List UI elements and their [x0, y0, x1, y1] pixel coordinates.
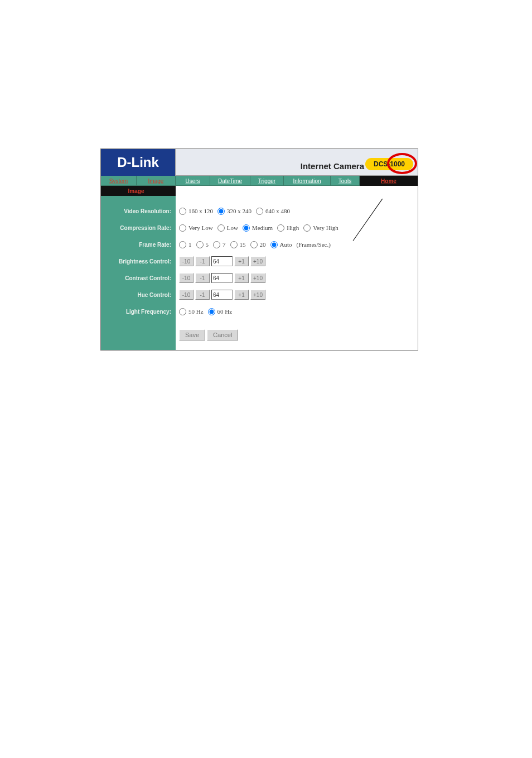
lf-label-60: 60 Hz	[217, 308, 233, 315]
fr-label-7: 7	[223, 241, 226, 248]
nav-system[interactable]: System	[101, 176, 137, 186]
row-framerate: Frame Rate: 1 5 7 15 20 Auto (Frames/Sec…	[101, 236, 418, 253]
comp-radio-vlow[interactable]	[179, 224, 186, 232]
nav-datetime[interactable]: DateTime	[210, 176, 250, 186]
brightness-plus1-button[interactable]: +1	[234, 256, 249, 266]
frame-header: D-Link Internet Camera DCS-1000	[101, 149, 418, 176]
nav-information[interactable]: Information	[284, 176, 331, 186]
comp-opt-vhigh[interactable]: Very High	[303, 224, 338, 232]
label-hue: Hue Control:	[101, 286, 176, 303]
fr-radio-7[interactable]	[213, 241, 220, 248]
fr-label-15: 15	[240, 241, 246, 248]
fr-opt-7[interactable]: 7	[213, 241, 226, 248]
fr-radio-auto[interactable]	[270, 241, 278, 248]
label-video-resolution: Video Resolution:	[101, 203, 176, 219]
label-framerate: Frame Rate:	[101, 236, 176, 253]
field-brightness: -10 -1 +1 +10	[176, 256, 418, 266]
field-video-resolution: 160 x 120 320 x 240 640 x 480	[176, 208, 418, 215]
lf-radio-50[interactable]	[179, 308, 186, 315]
fr-radio-20[interactable]	[250, 241, 258, 248]
res-radio-640[interactable]	[256, 208, 263, 215]
row-brightness: Brightness Control: -10 -1 +1 +10	[101, 253, 418, 270]
config-frame: D-Link Internet Camera DCS-1000 System I…	[100, 148, 418, 351]
brand-logo: D-Link	[101, 149, 176, 176]
brightness-plus10-button[interactable]: +10	[250, 256, 265, 266]
field-lightfreq: 50 Hz 60 Hz	[176, 308, 418, 315]
res-opt-640[interactable]: 640 x 480	[256, 208, 290, 215]
save-button[interactable]: Save	[179, 329, 205, 340]
contrast-minus10-button[interactable]: -10	[179, 273, 194, 283]
fr-opt-20[interactable]: 20	[250, 241, 266, 248]
comp-label-med: Medium	[252, 224, 273, 231]
cancel-button[interactable]: Cancel	[207, 329, 238, 340]
comp-opt-low[interactable]: Low	[217, 224, 238, 232]
brightness-minus10-button[interactable]: -10	[179, 256, 194, 266]
res-label-320: 320 x 240	[227, 208, 252, 214]
comp-opt-med[interactable]: Medium	[243, 224, 273, 232]
hue-input[interactable]	[211, 290, 233, 300]
nav-users[interactable]: Users	[176, 176, 210, 186]
fr-unit: (Frames/Sec.)	[297, 241, 331, 248]
contrast-minus1-button[interactable]: -1	[195, 273, 210, 283]
res-radio-320[interactable]	[217, 208, 225, 215]
field-contrast: -10 -1 +1 +10	[176, 273, 418, 283]
fr-radio-1[interactable]	[179, 241, 186, 248]
model-badge: DCS-1000	[365, 158, 413, 170]
lf-opt-50[interactable]: 50 Hz	[179, 308, 204, 315]
res-opt-320[interactable]: 320 x 240	[217, 208, 252, 215]
label-brightness: Brightness Control:	[101, 253, 176, 270]
main-nav: System Image Users DateTime Trigger Info…	[101, 176, 418, 186]
fr-opt-5[interactable]: 5	[196, 241, 209, 248]
row-actions: Save Cancel	[101, 327, 418, 343]
comp-opt-vlow[interactable]: Very Low	[179, 224, 213, 232]
nav-image[interactable]: Image	[137, 176, 176, 186]
fr-label-5: 5	[206, 241, 209, 248]
row-lightfreq: Light Frequency: 50 Hz 60 Hz	[101, 303, 418, 320]
row-hue: Hue Control: -10 -1 +1 +10	[101, 286, 418, 303]
content-spacer	[176, 186, 418, 196]
brightness-input[interactable]	[211, 256, 233, 266]
label-actions-spacer	[101, 327, 176, 343]
lf-radio-60[interactable]	[208, 308, 215, 315]
contrast-plus1-button[interactable]: +1	[234, 273, 249, 283]
comp-label-vlow: Very Low	[188, 224, 213, 231]
res-opt-160[interactable]: 160 x 120	[179, 208, 213, 215]
comp-radio-low[interactable]	[217, 224, 225, 232]
fr-opt-1[interactable]: 1	[179, 241, 192, 248]
fr-label-1: 1	[188, 241, 192, 248]
field-framerate: 1 5 7 15 20 Auto (Frames/Sec.)	[176, 241, 418, 248]
comp-radio-vhigh[interactable]	[303, 224, 311, 232]
row-video-resolution: Video Resolution: 160 x 120 320 x 240 64…	[101, 203, 418, 219]
hue-minus10-button[interactable]: -10	[179, 290, 194, 300]
nav-trigger[interactable]: Trigger	[250, 176, 284, 186]
label-compression: Compression Rate:	[101, 219, 176, 236]
field-hue: -10 -1 +1 +10	[176, 290, 418, 300]
comp-opt-high[interactable]: High	[277, 224, 299, 232]
hue-plus10-button[interactable]: +10	[250, 290, 265, 300]
res-radio-160[interactable]	[179, 208, 186, 215]
fr-radio-15[interactable]	[230, 241, 238, 248]
lf-opt-60[interactable]: 60 Hz	[208, 308, 233, 315]
lf-label-50: 50 Hz	[188, 308, 204, 315]
hue-plus1-button[interactable]: +1	[234, 290, 249, 300]
contrast-input[interactable]	[211, 273, 233, 283]
sidebar-section-title: Image	[101, 186, 176, 196]
nav-tools[interactable]: Tools	[331, 176, 360, 186]
comp-label-high: High	[287, 224, 299, 231]
contrast-plus10-button[interactable]: +10	[250, 273, 265, 283]
fr-radio-5[interactable]	[196, 241, 204, 248]
fr-opt-auto[interactable]: Auto	[270, 241, 292, 248]
main-area: Image Video Resolution: 160 x 120 320 x …	[101, 186, 418, 350]
comp-label-vhigh: Very High	[313, 224, 338, 231]
row-compression: Compression Rate: Very Low Low Medium Hi…	[101, 219, 418, 236]
brightness-minus1-button[interactable]: -1	[195, 256, 210, 266]
nav-home[interactable]: Home	[360, 176, 418, 186]
res-label-160: 160 x 120	[188, 208, 213, 214]
fr-label-20: 20	[260, 241, 266, 248]
row-contrast: Contrast Control: -10 -1 +1 +10	[101, 270, 418, 286]
comp-radio-med[interactable]	[243, 224, 250, 232]
hue-minus1-button[interactable]: -1	[195, 290, 210, 300]
fr-opt-15[interactable]: 15	[230, 241, 246, 248]
comp-label-low: Low	[227, 224, 238, 231]
comp-radio-high[interactable]	[277, 224, 284, 232]
